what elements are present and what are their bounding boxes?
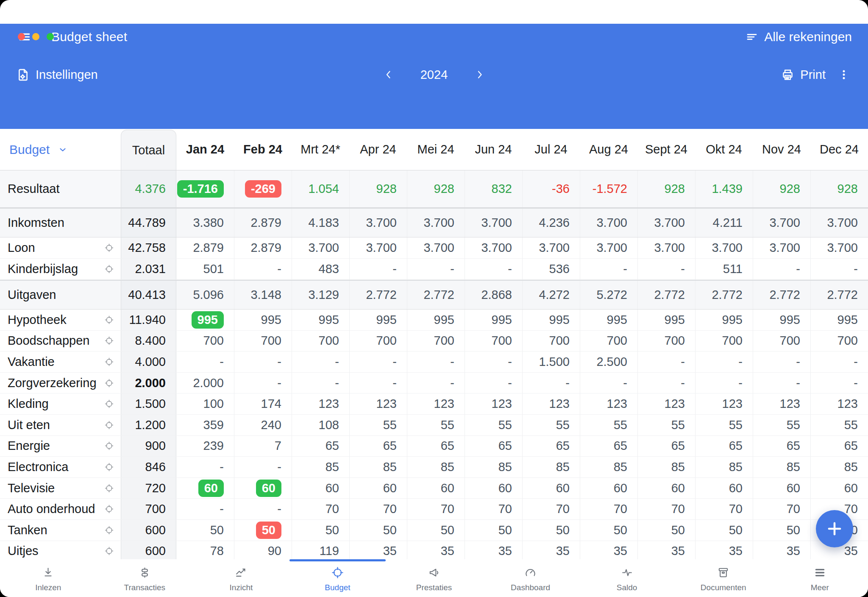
- month-cell[interactable]: 35: [522, 541, 580, 562]
- month-cell[interactable]: -: [637, 259, 695, 279]
- month-cell[interactable]: 483: [292, 259, 349, 279]
- month-cell[interactable]: -: [176, 457, 234, 477]
- month-cell[interactable]: 995: [580, 310, 637, 330]
- row-label[interactable]: Resultaat: [0, 170, 121, 207]
- month-cell[interactable]: -: [176, 499, 234, 519]
- month-cell[interactable]: 85: [810, 457, 868, 477]
- row-label[interactable]: Hypotheek: [0, 310, 121, 330]
- month-cell[interactable]: 85: [753, 457, 810, 477]
- accounts-filter-button[interactable]: Alle rekeningen: [746, 30, 852, 44]
- month-cell[interactable]: 3.700: [349, 237, 407, 258]
- month-cell[interactable]: 995: [407, 310, 465, 330]
- month-cell[interactable]: 55: [465, 415, 522, 435]
- month-cell[interactable]: 123: [522, 393, 580, 414]
- month-cell[interactable]: -: [234, 457, 292, 477]
- month-cell[interactable]: 2.772: [695, 281, 753, 309]
- category-target-button[interactable]: [104, 399, 114, 409]
- month-cell[interactable]: 55: [810, 415, 868, 435]
- row-label[interactable]: Kinderbijslag: [0, 259, 121, 279]
- month-cell[interactable]: 700: [349, 331, 407, 352]
- month-cell[interactable]: 65: [349, 436, 407, 457]
- month-cell[interactable]: 55: [522, 415, 580, 435]
- month-cell[interactable]: 65: [465, 436, 522, 457]
- month-cell[interactable]: 3.700: [580, 237, 637, 258]
- row-label[interactable]: Vakantie: [0, 352, 121, 372]
- category-target-button[interactable]: [104, 336, 114, 346]
- month-cell[interactable]: -269: [234, 170, 292, 207]
- category-target-button[interactable]: [104, 525, 114, 535]
- month-cell[interactable]: -: [695, 373, 753, 393]
- month-cell[interactable]: 2.772: [810, 281, 868, 309]
- month-cell[interactable]: 3.700: [810, 237, 868, 258]
- row-label[interactable]: Zorgverzekering: [0, 373, 121, 393]
- month-cell[interactable]: 60: [810, 478, 868, 499]
- month-cell[interactable]: -36: [522, 170, 580, 207]
- month-cell[interactable]: 3.129: [292, 281, 349, 309]
- month-cell[interactable]: 3.700: [637, 209, 695, 237]
- month-cell[interactable]: 995: [753, 310, 810, 330]
- month-cell[interactable]: 3.700: [465, 209, 522, 237]
- month-cell[interactable]: 55: [637, 415, 695, 435]
- month-cell[interactable]: 60: [522, 478, 580, 499]
- month-cell[interactable]: 3.700: [637, 237, 695, 258]
- month-cell[interactable]: 50: [407, 520, 465, 541]
- month-cell[interactable]: -: [407, 259, 465, 279]
- month-cell[interactable]: 3.700: [349, 209, 407, 237]
- minimize-window-button[interactable]: [32, 33, 39, 40]
- category-target-button[interactable]: [104, 315, 114, 325]
- month-cell[interactable]: -: [349, 373, 407, 393]
- month-cell[interactable]: 123: [407, 393, 465, 414]
- month-cell[interactable]: 2.772: [349, 281, 407, 309]
- month-cell[interactable]: 55: [753, 415, 810, 435]
- month-cell[interactable]: 65: [637, 436, 695, 457]
- month-cell[interactable]: 995: [292, 310, 349, 330]
- month-cell[interactable]: 70: [753, 499, 810, 519]
- month-cell[interactable]: -: [753, 373, 810, 393]
- month-cell[interactable]: 123: [637, 393, 695, 414]
- month-cell[interactable]: 3.380: [176, 209, 234, 237]
- month-cell[interactable]: 85: [349, 457, 407, 477]
- month-cell[interactable]: 50: [234, 520, 292, 541]
- month-cell[interactable]: 123: [753, 393, 810, 414]
- month-cell[interactable]: 70: [637, 499, 695, 519]
- month-cell[interactable]: 995: [810, 310, 868, 330]
- month-cell[interactable]: -: [637, 373, 695, 393]
- month-cell[interactable]: 2.879: [234, 237, 292, 258]
- category-target-button[interactable]: [104, 483, 114, 493]
- month-cell[interactable]: -: [407, 352, 465, 372]
- month-cell[interactable]: 2.772: [407, 281, 465, 309]
- category-target-button[interactable]: [104, 357, 114, 367]
- month-cell[interactable]: 995: [695, 310, 753, 330]
- month-cell[interactable]: 65: [580, 436, 637, 457]
- month-cell[interactable]: 359: [176, 415, 234, 435]
- tab-saldo[interactable]: Saldo: [579, 559, 675, 597]
- month-cell[interactable]: 700: [810, 331, 868, 352]
- month-cell[interactable]: 123: [695, 393, 753, 414]
- month-cell[interactable]: 3.700: [753, 237, 810, 258]
- month-cell[interactable]: -: [522, 373, 580, 393]
- month-cell[interactable]: 90: [234, 541, 292, 562]
- tab-meer[interactable]: Meer: [772, 559, 868, 597]
- close-window-button[interactable]: [18, 33, 25, 40]
- tab-inzicht[interactable]: Inzicht: [193, 559, 289, 597]
- month-cell[interactable]: 1.054: [292, 170, 349, 207]
- month-cell[interactable]: 100: [176, 393, 234, 414]
- month-cell[interactable]: 3.700: [292, 237, 349, 258]
- month-cell[interactable]: 108: [292, 415, 349, 435]
- row-label[interactable]: Uit eten: [0, 415, 121, 435]
- month-cell[interactable]: 60: [637, 478, 695, 499]
- month-cell[interactable]: 239: [176, 436, 234, 457]
- month-cell[interactable]: 700: [695, 331, 753, 352]
- category-target-button[interactable]: [104, 546, 114, 556]
- month-cell[interactable]: -: [465, 259, 522, 279]
- month-cell[interactable]: -: [407, 373, 465, 393]
- month-cell[interactable]: 5.096: [176, 281, 234, 309]
- month-cell[interactable]: -: [580, 373, 637, 393]
- month-cell[interactable]: 2.868: [465, 281, 522, 309]
- month-cell[interactable]: 2.772: [637, 281, 695, 309]
- month-cell[interactable]: -: [753, 352, 810, 372]
- add-button[interactable]: [816, 510, 853, 547]
- row-label[interactable]: Televisie: [0, 478, 121, 499]
- month-cell[interactable]: 1.439: [695, 170, 753, 207]
- month-cell[interactable]: 995: [176, 310, 234, 330]
